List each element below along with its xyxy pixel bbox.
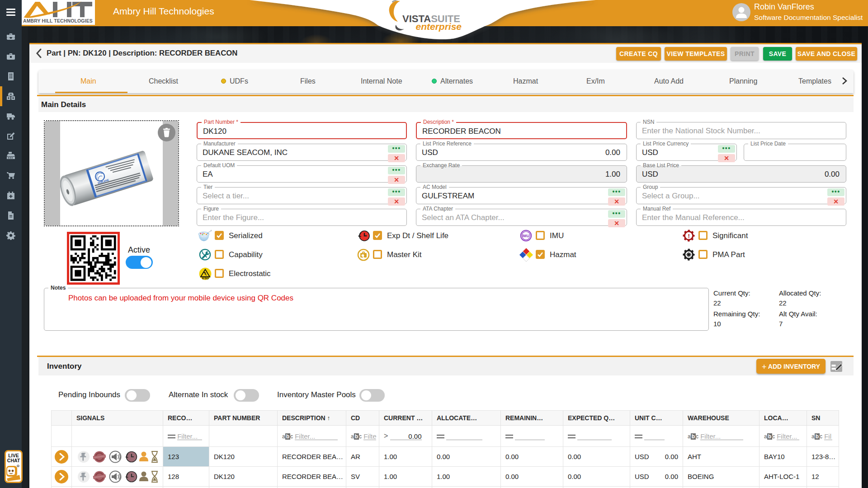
svg-text:ESD: ESD <box>202 276 209 280</box>
svg-text:AMBRY HILL TECHNOLOGIES: AMBRY HILL TECHNOLOGIES <box>23 19 93 23</box>
svg-text:!: ! <box>688 233 690 239</box>
svg-text:IMU: IMU <box>522 234 529 238</box>
